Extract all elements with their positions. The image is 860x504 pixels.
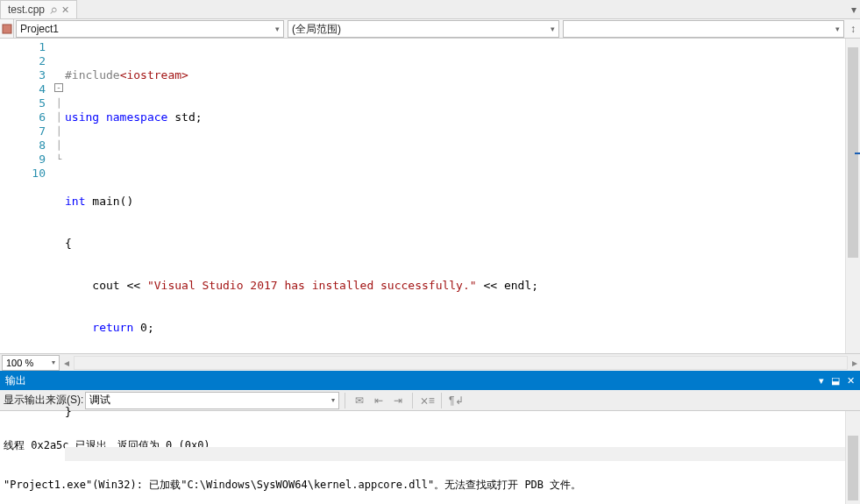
output-title: 输出 bbox=[5, 373, 26, 388]
zoom-dropdown[interactable]: 100 % ▾ bbox=[2, 355, 60, 371]
scrollbar-thumb[interactable] bbox=[848, 436, 858, 500]
function-dropdown[interactable]: (全局范围) ▾ bbox=[288, 20, 559, 38]
code-content[interactable]: #include<iostream> using namespace std; … bbox=[65, 39, 845, 353]
scope-value: Project1 bbox=[20, 23, 59, 35]
editor-horizontal-scrollbar[interactable] bbox=[74, 356, 848, 370]
fold-toggle[interactable] bbox=[53, 82, 65, 96]
tab-overflow-dropdown[interactable]: ▾ bbox=[848, 0, 860, 18]
navigation-bar: Project1 ▾ (全局范围) ▾ ▾ ↕ bbox=[0, 19, 860, 39]
tab-label: test.cpp bbox=[8, 4, 45, 16]
svg-rect-0 bbox=[3, 25, 11, 33]
close-icon[interactable]: ✕ bbox=[847, 375, 855, 387]
fold-column: ││││└ bbox=[53, 39, 65, 353]
member-dropdown[interactable]: ▾ bbox=[563, 20, 844, 38]
document-tab-bar: test.cpp ⚲ ✕ ▾ bbox=[0, 0, 860, 19]
chevron-down-icon: ▾ bbox=[835, 25, 840, 33]
pin-icon[interactable]: ⚲ bbox=[47, 4, 59, 16]
scope-dropdown[interactable]: Project1 ▾ bbox=[16, 20, 284, 38]
close-icon[interactable]: ✕ bbox=[61, 4, 69, 16]
chevron-down-icon: ▾ bbox=[275, 25, 280, 33]
chevron-down-icon: ▾ bbox=[551, 25, 555, 33]
project-icon bbox=[0, 19, 14, 38]
editor-vertical-scrollbar[interactable] bbox=[845, 39, 860, 353]
function-value: (全局范围) bbox=[292, 22, 341, 37]
tab-test-cpp[interactable]: test.cpp ⚲ ✕ bbox=[0, 0, 77, 18]
output-vertical-scrollbar[interactable] bbox=[845, 411, 860, 504]
split-icon[interactable]: ↕ bbox=[846, 19, 860, 38]
scroll-right-icon[interactable]: ▸ bbox=[849, 357, 860, 369]
zoom-value: 100 % bbox=[6, 358, 33, 368]
line-number-gutter: 1 2 3 4 5 6 7 8 9 10 bbox=[0, 39, 53, 353]
code-editor[interactable]: 1 2 3 4 5 6 7 8 9 10 ││││└ #include<iost… bbox=[0, 39, 860, 353]
editor-bottom-bar: 100 % ▾ ◂ ▸ bbox=[0, 353, 860, 371]
scrollbar-mark bbox=[855, 153, 860, 154]
chevron-down-icon: ▾ bbox=[52, 358, 55, 366]
